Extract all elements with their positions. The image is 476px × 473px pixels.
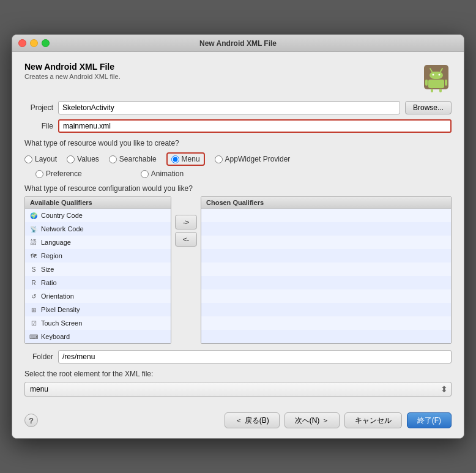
radio-preference[interactable]: Preference <box>35 169 82 178</box>
project-label: Project <box>24 103 58 112</box>
qualifier-icon: ⊞ <box>29 305 39 315</box>
qualifier-label: Region <box>41 252 62 259</box>
dialog-title: New Android XML File <box>24 62 121 72</box>
radio-values-label: Values <box>77 155 99 163</box>
qualifier-item[interactable]: ↺Orientation <box>25 289 171 303</box>
radio-layout-input[interactable] <box>24 155 32 163</box>
qualifier-icon: 🌍 <box>29 210 39 220</box>
titlebar: New Android XML File <box>12 35 464 52</box>
svg-rect-3 <box>430 72 443 79</box>
resource-types-row2: Preference Animation <box>24 169 452 178</box>
svg-rect-10 <box>439 89 442 92</box>
qualifiers-area: Available Qualifiers 🌍Country Code📡Netwo… <box>24 196 452 344</box>
bottom-bar: ? ＜ 戻る(B) 次へ(N) ＞ キャンセル 終了(F) <box>12 406 464 438</box>
file-label: File <box>24 122 58 130</box>
qualifier-icon: 📡 <box>29 224 39 234</box>
folder-row: Folder <box>24 350 452 363</box>
root-section: Select the root element for the XML file… <box>24 370 452 397</box>
project-input[interactable] <box>58 101 400 114</box>
qualifier-icon: ⌨ <box>29 332 39 341</box>
qualifier-label: Size <box>41 266 54 273</box>
svg-point-5 <box>439 74 441 76</box>
qualifier-label: Orientation <box>41 292 74 300</box>
available-qualifiers-header: Available Qualifiers <box>25 197 171 209</box>
svg-rect-6 <box>428 80 444 88</box>
chosen-qualifiers-body <box>201 209 451 343</box>
svg-point-4 <box>433 74 434 76</box>
available-qualifiers-body[interactable]: 🌍Country Code📡Network Code語Language🗺Regi… <box>25 209 171 343</box>
chosen-qualifiers-header: Chosen Qualifiers <box>201 197 451 209</box>
qualifier-item[interactable]: 🌍Country Code <box>25 209 171 222</box>
qualifier-item[interactable]: 📡Network Code <box>25 222 171 236</box>
close-button[interactable] <box>18 39 26 47</box>
radio-preference-label: Preference <box>46 169 82 178</box>
finish-button[interactable]: 終了(F) <box>407 412 452 428</box>
qualifier-icon: ☑ <box>29 318 39 328</box>
project-row: Project Browse... <box>24 101 452 114</box>
browse-button[interactable]: Browse... <box>405 101 452 114</box>
android-logo-icon <box>421 62 452 92</box>
qualifier-item[interactable]: 🗺Region <box>25 249 171 263</box>
qualifier-icon: ↺ <box>29 291 39 301</box>
root-element-select[interactable]: menu <box>24 382 452 397</box>
radio-searchable-label: Searchable <box>119 155 157 163</box>
action-buttons: ＜ 戻る(B) 次へ(N) ＞ キャンセル 終了(F) <box>225 412 452 428</box>
radio-menu-label: Menu <box>182 155 200 163</box>
radio-animation-label: Animation <box>151 169 184 178</box>
qualifier-icon: 語 <box>29 237 39 247</box>
qualifier-item[interactable]: ⊞Pixel Density <box>25 303 171 316</box>
qualifier-item[interactable]: RRatio <box>25 276 171 289</box>
folder-input[interactable] <box>58 350 452 363</box>
radio-menu[interactable]: Menu <box>171 155 200 163</box>
window-controls <box>18 39 50 47</box>
qualifier-icon: 🗺 <box>29 251 39 261</box>
menu-radio-box: Menu <box>166 152 205 166</box>
qualifier-item[interactable]: 語Language <box>25 236 171 249</box>
radio-values[interactable]: Values <box>67 155 99 163</box>
back-button[interactable]: ＜ 戻る(B) <box>225 412 279 428</box>
folder-label: Folder <box>24 352 58 361</box>
next-button[interactable]: 次へ(N) ＞ <box>284 412 340 428</box>
qualifier-label: Ratio <box>41 279 57 286</box>
minimize-button[interactable] <box>30 39 38 47</box>
radio-animation-input[interactable] <box>141 170 149 178</box>
main-window: New Android XML File New Android XML Fil… <box>12 34 464 439</box>
add-qualifier-button[interactable]: -> <box>175 215 197 229</box>
window-title: New Android XML File <box>199 39 277 48</box>
maximize-button[interactable] <box>42 39 50 47</box>
resource-types-row1: Layout Values Searchable Menu AppWidget … <box>24 152 452 166</box>
radio-searchable[interactable]: Searchable <box>109 155 157 163</box>
radio-animation[interactable]: Animation <box>141 169 184 178</box>
file-row: File <box>24 119 452 133</box>
dialog-subtitle: Creates a new Android XML file. <box>24 73 121 80</box>
svg-rect-9 <box>431 89 433 92</box>
radio-preference-input[interactable] <box>35 170 43 178</box>
radio-layout-label: Layout <box>35 155 57 163</box>
qualifier-label: Pixel Density <box>41 306 80 313</box>
resource-question: What type of resource would you like to … <box>24 139 452 147</box>
radio-values-input[interactable] <box>67 155 75 163</box>
remove-qualifier-button[interactable]: <- <box>175 232 197 247</box>
root-select-wrapper: menu ⬍ <box>24 382 452 397</box>
header-text: New Android XML File Creates a new Andro… <box>24 62 121 80</box>
cancel-button[interactable]: キャンセル <box>344 412 402 428</box>
qualifier-arrows: -> <- <box>175 196 197 247</box>
radio-layout[interactable]: Layout <box>24 155 57 163</box>
chosen-qualifiers-panel: Chosen Qualifiers <box>201 196 452 344</box>
svg-rect-8 <box>445 80 447 86</box>
qualifier-item[interactable]: ☑Touch Screen <box>25 316 171 330</box>
qualifier-icon: R <box>29 278 39 288</box>
radio-appwidget-input[interactable] <box>215 155 223 163</box>
qualifier-item[interactable]: SSize <box>25 263 171 276</box>
help-button[interactable]: ? <box>24 414 38 427</box>
qualifier-icon: S <box>29 264 39 274</box>
qualifier-item[interactable]: ⌨Keyboard <box>25 330 171 343</box>
svg-rect-7 <box>425 80 428 86</box>
radio-searchable-input[interactable] <box>109 155 117 163</box>
qualifier-label: Network Code <box>41 225 84 233</box>
radio-appwidget[interactable]: AppWidget Provider <box>215 155 291 163</box>
file-input[interactable] <box>58 119 452 133</box>
qualifier-label: Language <box>41 239 71 246</box>
qualifier-label: Country Code <box>41 212 83 219</box>
radio-menu-input[interactable] <box>171 155 179 163</box>
